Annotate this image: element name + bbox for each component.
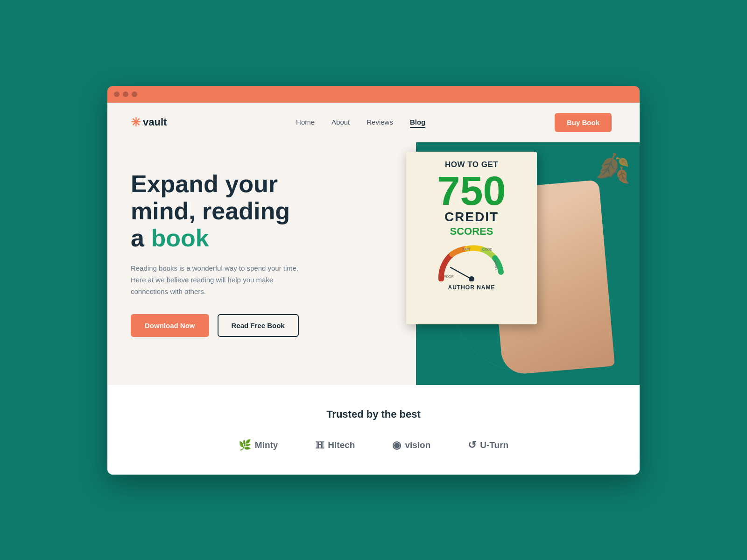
hero-title-line2: mind, reading <box>131 197 290 224</box>
trusted-logo-vision: ◉ vision <box>392 439 430 451</box>
hero-content: Expand your mind, reading a book Reading… <box>131 161 374 375</box>
book-title-line2: CREDIT <box>444 210 499 224</box>
credit-score-gauge: POOR FAIR GOOD EXCEL <box>437 244 507 281</box>
svg-line-0 <box>451 267 472 279</box>
book-score: 750 <box>437 170 506 211</box>
svg-point-1 <box>469 276 474 281</box>
nav-item-home[interactable]: Home <box>296 118 315 126</box>
browser-titlebar <box>107 86 640 103</box>
svg-text:EXCEL: EXCEL <box>494 260 498 271</box>
nav-link-reviews[interactable]: Reviews <box>366 118 393 126</box>
hitech-icon: ℍ <box>315 440 324 451</box>
svg-text:GOOD: GOOD <box>482 248 492 251</box>
logo-asterisk-icon: ✳ <box>131 115 141 130</box>
hero-title-line3-prefix: a <box>131 224 151 252</box>
trusted-logo-hitech: ℍ Hitech <box>315 440 355 451</box>
nav-item-about[interactable]: About <box>331 118 350 126</box>
browser-dot-1 <box>114 91 120 97</box>
nav-link-about[interactable]: About <box>331 118 350 126</box>
vision-label: vision <box>405 440 430 450</box>
book-cover: How to get 750 CREDIT SCORES <box>406 152 537 324</box>
minty-label: Minty <box>255 440 278 450</box>
trusted-logo-uturn: ↺ U-Turn <box>468 439 508 451</box>
navbar: ✳ vault Home About Reviews Blog Buy Book <box>107 103 640 142</box>
trusted-title: Trusted by the best <box>135 408 612 420</box>
hitech-label: Hitech <box>328 440 355 450</box>
uturn-icon: ↺ <box>468 439 476 451</box>
nav-item-blog[interactable]: Blog <box>410 118 425 126</box>
book-author: AUTHOR NAME <box>448 284 495 291</box>
trusted-logo-minty: 🌿 Minty <box>239 439 278 451</box>
nav-link-home[interactable]: Home <box>296 118 315 126</box>
hero-buttons: Download Now Read Free Book <box>131 314 374 337</box>
browser-dot-2 <box>123 91 128 97</box>
hero-title: Expand your mind, reading a book <box>131 170 374 252</box>
download-now-button[interactable]: Download Now <box>131 314 209 337</box>
hero-section: 🍂 Expand your mind, reading a book Readi… <box>107 142 640 385</box>
hero-description: Reading books is a wonderful way to spen… <box>131 263 308 297</box>
site-logo[interactable]: ✳ vault <box>131 115 167 130</box>
browser-window: ✳ vault Home About Reviews Blog Buy Book… <box>107 86 640 475</box>
hero-book-area: How to get 750 CREDIT SCORES <box>392 142 602 380</box>
trusted-logos: 🌿 Minty ℍ Hitech ◉ vision ↺ U-Turn <box>135 439 612 451</box>
nav-item-reviews[interactable]: Reviews <box>366 118 393 126</box>
vision-icon: ◉ <box>392 439 401 451</box>
page-content: ✳ vault Home About Reviews Blog Buy Book… <box>107 103 640 475</box>
read-free-book-button[interactable]: Read Free Book <box>218 314 299 337</box>
svg-text:FAIR: FAIR <box>463 248 470 251</box>
browser-dot-3 <box>132 91 137 97</box>
book-subtitle: SCORES <box>450 225 493 238</box>
trusted-section: Trusted by the best 🌿 Minty ℍ Hitech ◉ v… <box>107 385 640 475</box>
logo-text: vault <box>143 116 167 128</box>
uturn-label: U-Turn <box>480 440 508 450</box>
hero-title-highlight: book <box>151 224 209 252</box>
nav-link-blog[interactable]: Blog <box>410 118 425 126</box>
hero-title-line1: Expand your <box>131 170 278 197</box>
buy-book-button[interactable]: Buy Book <box>555 113 612 132</box>
nav-links: Home About Reviews Blog <box>296 118 425 126</box>
minty-icon: 🌿 <box>239 439 251 451</box>
svg-text:POOR: POOR <box>444 275 454 278</box>
